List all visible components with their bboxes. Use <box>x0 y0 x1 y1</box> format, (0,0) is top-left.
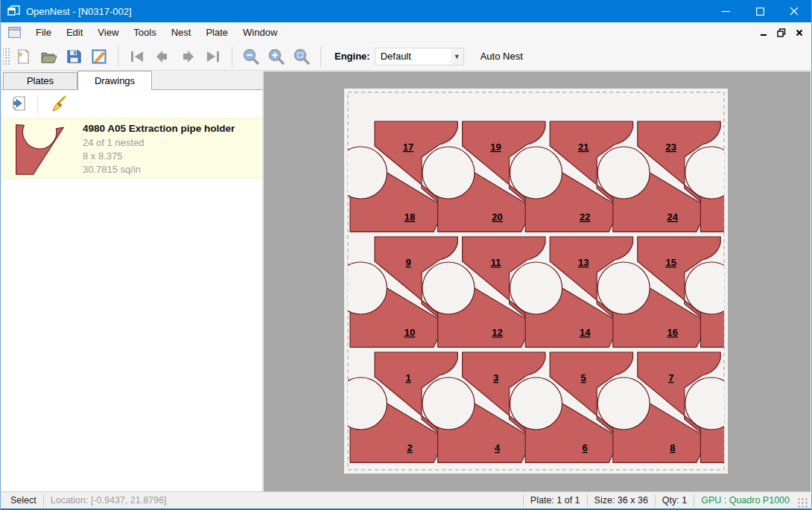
menu-file[interactable]: File <box>28 23 59 42</box>
nest-cutout <box>597 377 650 430</box>
status-separator <box>523 494 524 506</box>
nest-cutout <box>597 147 650 199</box>
first-plate-button[interactable] <box>124 45 150 68</box>
open-button[interactable] <box>36 45 61 68</box>
previous-plate-icon <box>153 48 172 66</box>
nest-cutout <box>597 262 650 314</box>
nest-canvas[interactable]: 171819202122232491011121314151612345678 <box>264 71 811 491</box>
maximize-icon <box>756 7 764 16</box>
clean-button[interactable] <box>47 93 71 115</box>
status-plate: Plate: 1 of 1 <box>530 495 580 506</box>
last-plate-button[interactable] <box>200 45 226 68</box>
engine-label: Engine: <box>334 51 370 62</box>
status-location: Location: [-0.9437, 21.8796] <box>51 495 167 506</box>
zoom-out-button[interactable] <box>238 45 264 68</box>
nest-cutout <box>422 147 475 199</box>
part-number-label: 10 <box>405 327 415 338</box>
menu-edit[interactable]: Edit <box>59 23 90 42</box>
auto-nest-button[interactable]: Auto Nest <box>475 47 529 66</box>
window-title: OpenNest - [N0317-002] <box>26 6 132 17</box>
close-button[interactable] <box>777 0 811 22</box>
import-drawing-button[interactable] <box>7 93 31 115</box>
tab-plates[interactable]: Plates <box>3 72 77 89</box>
part-number-label: 12 <box>492 327 502 338</box>
nest-cutout <box>510 377 562 430</box>
resize-grip[interactable] <box>797 497 808 508</box>
toolbar-separator <box>118 46 118 67</box>
menu-nest[interactable]: Nest <box>164 23 199 42</box>
part-number-label: 7 <box>668 372 673 383</box>
mdi-close-button[interactable] <box>793 26 806 39</box>
mdi-document-icon[interactable] <box>8 27 21 38</box>
status-separator <box>655 494 656 506</box>
part-number-label: 3 <box>493 372 498 383</box>
status-mode: Select <box>10 495 37 506</box>
plate-view[interactable]: 171819202122232491011121314151612345678 <box>344 89 728 474</box>
minimize-icon <box>722 7 730 16</box>
next-plate-button[interactable] <box>175 45 200 68</box>
part-number-label: 11 <box>491 257 501 268</box>
menu-plate[interactable]: Plate <box>198 23 235 42</box>
menu-bar: File Edit View Tools Nest Plate Window <box>1 22 811 42</box>
zoom-in-icon <box>267 47 286 66</box>
mdi-restore-icon <box>777 28 786 37</box>
previous-plate-button[interactable] <box>150 45 175 68</box>
status-bar: Select Location: [-0.9437, 21.8796] Plat… <box>1 491 811 509</box>
menu-tools[interactable]: Tools <box>126 23 163 42</box>
status-gpu: GPU : Quadro P1000 <box>701 495 790 506</box>
mdi-close-icon <box>796 29 803 36</box>
save-as-icon <box>90 48 108 66</box>
status-separator <box>43 494 44 506</box>
menu-view[interactable]: View <box>90 23 126 42</box>
part-number-label: 6 <box>583 442 588 453</box>
part-number-label: 4 <box>495 442 501 453</box>
chevron-down-icon[interactable]: ▼ <box>451 48 463 65</box>
panel-toolbar <box>1 91 262 118</box>
panel-toolbar-separator <box>37 95 38 114</box>
minimize-button[interactable] <box>708 0 743 22</box>
maximize-button[interactable] <box>743 0 777 22</box>
nest-cutout <box>510 147 562 199</box>
part-nested-count: 24 of 1 nested <box>83 136 235 150</box>
save-button[interactable] <box>61 45 86 68</box>
mdi-minimize-button[interactable] <box>757 26 770 39</box>
mdi-restore-button[interactable] <box>775 26 788 39</box>
zoom-in-button[interactable] <box>264 45 289 68</box>
menu-window[interactable]: Window <box>235 23 285 42</box>
part-number-label: 2 <box>407 442 412 453</box>
part-number-label: 15 <box>666 257 676 268</box>
toolbar-grip[interactable] <box>3 47 10 66</box>
main-toolbar: Engine: Default ▼ Auto Nest <box>1 42 811 71</box>
save-as-button[interactable] <box>86 45 112 68</box>
status-size: Size: 36 x 36 <box>594 495 648 506</box>
part-number-label: 23 <box>666 141 676 153</box>
open-folder-icon <box>39 48 57 66</box>
zoom-fit-button[interactable] <box>289 45 314 68</box>
part-thumbnail <box>11 124 71 176</box>
app-icon <box>7 5 20 18</box>
zoom-fit-icon <box>292 47 311 66</box>
part-number-label: 21 <box>578 141 589 153</box>
panel-tabstrip: Plates Drawings <box>1 71 262 90</box>
parts-panel: Plates Drawings <box>1 71 262 491</box>
new-file-button[interactable] <box>10 45 36 68</box>
engine-select[interactable]: Default ▼ <box>375 48 464 66</box>
part-number-label: 17 <box>403 141 413 153</box>
drawing-list-item[interactable]: 4980 A05 Extraction pipe holder 24 of 1 … <box>1 118 262 179</box>
engine-value: Default <box>381 51 411 62</box>
part-number-label: 20 <box>492 211 502 223</box>
toolbar-separator <box>232 46 232 67</box>
status-separator <box>587 494 588 506</box>
import-drawing-icon <box>10 95 29 114</box>
part-number-label: 16 <box>667 327 678 338</box>
nest-cutout <box>422 377 475 430</box>
new-file-icon <box>14 48 32 66</box>
part-title: 4980 A05 Extraction pipe holder <box>83 123 235 134</box>
zoom-out-icon <box>241 47 261 66</box>
status-qty: Qty: 1 <box>662 495 687 506</box>
part-area: 30.7815 sq/in <box>83 163 235 176</box>
part-number-label: 9 <box>405 257 410 268</box>
nest-cutout <box>510 262 562 314</box>
next-plate-icon <box>178 48 197 66</box>
tab-drawings[interactable]: Drawings <box>77 71 152 90</box>
